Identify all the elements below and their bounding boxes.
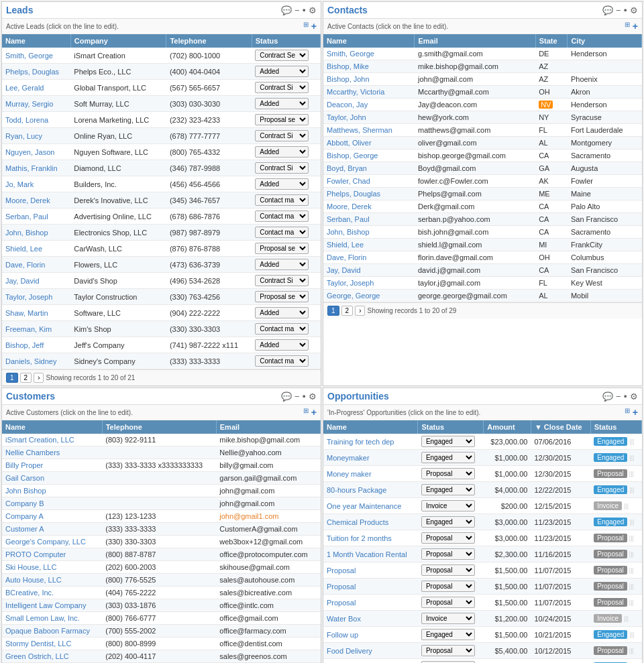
contact-name[interactable]: Taylor, Joseph	[323, 277, 415, 290]
lead-status-select[interactable]: Added	[255, 146, 309, 158]
lead-status-select[interactable]: Contact ma	[255, 227, 309, 238]
leads-minus-icon[interactable]: −	[294, 5, 300, 15]
table-row[interactable]: Small Lemon Law, Inc. (800) 766-6777 off…	[2, 612, 321, 625]
table-row[interactable]: Lee, Gerald Global Transport, LLC (567) …	[2, 80, 321, 96]
leads-grid-icon[interactable]: ⊞	[303, 21, 309, 32]
contact-name[interactable]: Bishop, George	[323, 149, 415, 162]
table-row[interactable]: Stormy Dentist, LLC (800) 800-8999 offic…	[2, 638, 321, 650]
opp-status-select-cell[interactable]: Engaged	[418, 514, 484, 530]
contact-name[interactable]: George, George	[323, 290, 415, 302]
opp-name[interactable]: Money maker	[323, 466, 418, 482]
lead-status[interactable]: Contact ma	[252, 192, 320, 208]
opp-status-select-cell[interactable]: Invoice	[418, 498, 484, 514]
contacts-grid-icon[interactable]: ⊞	[625, 21, 630, 32]
leads-page-2[interactable]: 2	[20, 373, 32, 383]
opp-status-select[interactable]: Proposal	[421, 532, 475, 544]
opp-status-select[interactable]: Proposal	[421, 645, 475, 656]
table-row[interactable]: Nellie Chambers Nellie@yahoo.com	[2, 446, 321, 459]
lead-name[interactable]: Jo, Mark	[2, 176, 70, 192]
opp-name[interactable]: Proposal	[323, 562, 418, 579]
opp-status-select[interactable]: Invoice	[421, 500, 475, 511]
opp-name[interactable]: One year Maintenance	[323, 498, 418, 514]
lead-status-select[interactable]: Added	[255, 98, 309, 109]
table-row[interactable]: Mccarthy, Victoria Mccarthy@gmail.com OH…	[323, 86, 642, 99]
table-row[interactable]: Taylor, Joseph taylor.j@gmail.com FL Key…	[323, 277, 642, 290]
lead-name[interactable]: Murray, Sergio	[2, 96, 70, 112]
lead-status[interactable]: Added	[252, 96, 320, 112]
contacts-circle-icon[interactable]: ●	[624, 7, 627, 13]
table-row[interactable]: George, George george.george@gmail.com A…	[323, 290, 642, 302]
table-row[interactable]: Ryan, Lucy Online Ryan, LLC (678) 777-77…	[2, 128, 321, 144]
table-row[interactable]: Boyd, Bryan Boyd@gmail.com GA Augusta	[323, 162, 642, 175]
contact-name[interactable]: Deacon, Jay	[323, 99, 415, 111]
leads-circle-icon[interactable]: ●	[303, 7, 306, 13]
table-row[interactable]: Taylor, John hew@york.com NY Syracuse	[323, 111, 642, 124]
table-row[interactable]: Nguyen, Jason Nguyen Software, LLC (800)…	[2, 144, 321, 160]
lead-status[interactable]: Contact ma	[252, 225, 320, 241]
lead-name[interactable]: Shield, Lee	[2, 241, 70, 257]
contact-name[interactable]: Bishop, John	[323, 73, 415, 86]
lead-name[interactable]: Nguyen, Jason	[2, 144, 70, 160]
opp-name[interactable]: Chemical Products	[323, 514, 418, 530]
lead-name[interactable]: Daniels, Sidney	[2, 353, 70, 369]
opp-status-select-cell[interactable]: Engaged	[418, 627, 484, 643]
table-row[interactable]: Company A (123) 123-1233 john@gmail1.com	[2, 510, 321, 523]
contact-name[interactable]: Jay, David	[323, 264, 415, 277]
table-row[interactable]: Customer A (333) 333-3333 CustomerA@gmai…	[2, 523, 321, 536]
table-row[interactable]: Green Ostrich, LLC (202) 400-4117 sales@…	[2, 650, 321, 663]
opp-name[interactable]: Proposal	[323, 595, 418, 611]
table-row[interactable]: Jo, Mark Builders, Inc. (456) 456-4566 A…	[2, 176, 321, 192]
leads-page-1[interactable]: 1	[6, 373, 18, 383]
table-row[interactable]: 80-hours Package Engaged $4,000.00 12/22…	[323, 482, 642, 498]
table-row[interactable]: Bishop, Mike mike.bishop@gmail.com AZ	[323, 60, 642, 73]
contacts-chat-icon[interactable]: 💬	[602, 5, 613, 15]
customer-name[interactable]: Small Lemon Law, Inc.	[2, 612, 102, 625]
leads-chat-icon[interactable]: 💬	[281, 5, 292, 15]
contact-name[interactable]: John, Bishop	[323, 226, 415, 239]
table-row[interactable]: Gail Carson garson.gail@gmail.com	[2, 472, 321, 485]
table-row[interactable]: BCreative, Inc. (404) 765-2222 sales@bic…	[2, 587, 321, 599]
lead-status[interactable]: Added	[252, 64, 320, 80]
table-row[interactable]: Bishop, George bishop.george@gmail.com C…	[323, 149, 642, 162]
table-row[interactable]: John, Bishop bish.john@gmail.com CA Sacr…	[323, 226, 642, 239]
contact-name[interactable]: Taylor, John	[323, 111, 415, 124]
lead-status[interactable]: Added	[252, 337, 320, 353]
table-row[interactable]: Dave, Florin florin.dave@gmail.com OH Co…	[323, 251, 642, 264]
lead-status-select[interactable]: Added	[255, 307, 309, 318]
customers-add-icon[interactable]: +	[311, 407, 317, 418]
customer-name[interactable]: Auto House, LLC	[2, 574, 102, 587]
opp-status-select[interactable]: Proposal	[421, 548, 475, 560]
table-row[interactable]: 1 Month Vacation Rental Proposal $2,300.…	[323, 546, 642, 562]
opp-status-select-cell[interactable]: Proposal	[418, 530, 484, 546]
customer-name[interactable]: Customer A	[2, 523, 102, 536]
lead-status[interactable]: Added	[252, 144, 320, 160]
contact-name[interactable]: Bishop, Mike	[323, 60, 415, 73]
lead-name[interactable]: John, Bishop	[2, 225, 70, 241]
lead-status[interactable]: Contract Si	[252, 160, 320, 176]
table-row[interactable]: Smith, George g.smith@gmail.com DE Hende…	[323, 48, 642, 60]
table-row[interactable]: Mathis, Franklin Diamond, LLC (346) 787-…	[2, 160, 321, 176]
contact-name[interactable]: Dave, Florin	[323, 251, 415, 264]
lead-name[interactable]: Bishop, Jeff	[2, 337, 70, 353]
customers-circle-icon[interactable]: ●	[303, 393, 306, 400]
lead-status-select[interactable]: Contact ma	[255, 355, 309, 367]
table-row[interactable]: Abbott, Oliver oliver@gmail.com AL Montg…	[323, 137, 642, 149]
opportunities-settings-icon[interactable]: ⚙	[630, 391, 638, 402]
table-row[interactable]: Moore, Derek Derk@gmail.com CA Palo Alto	[323, 200, 642, 213]
table-row[interactable]: Shaw, Martin Software, LLC (904) 222-222…	[2, 305, 321, 321]
contact-name[interactable]: Boyd, Bryan	[323, 162, 415, 175]
opp-status-select[interactable]: Invoice	[421, 613, 475, 624]
opportunities-add-icon[interactable]: +	[633, 407, 638, 418]
table-row[interactable]: Auto House, LLC (800) 776-5525 sales@aut…	[2, 574, 321, 587]
table-row[interactable]: iSmart Creation, LLC (803) 922-9111 mike…	[2, 434, 321, 446]
table-row[interactable]: Freeman, Kim Kim's Shop (330) 330-3303 C…	[2, 321, 321, 337]
table-row[interactable]: Shield, Lee CarWash, LLC (876) 876-8788 …	[2, 241, 321, 257]
opp-status-select-cell[interactable]: Proposal	[418, 579, 484, 595]
table-row[interactable]: Proposal Proposal $1,500.00 11/07/2015 P…	[323, 579, 642, 595]
customers-settings-icon[interactable]: ⚙	[309, 391, 317, 402]
opp-status-select-cell[interactable]: Engaged	[418, 450, 484, 466]
table-row[interactable]: John Bishop john@gmail.com	[2, 485, 321, 497]
customer-name[interactable]: Ski House, LLC	[2, 561, 102, 574]
opportunities-circle-icon[interactable]: ●	[624, 393, 627, 400]
contact-name[interactable]: Moore, Derek	[323, 200, 415, 213]
